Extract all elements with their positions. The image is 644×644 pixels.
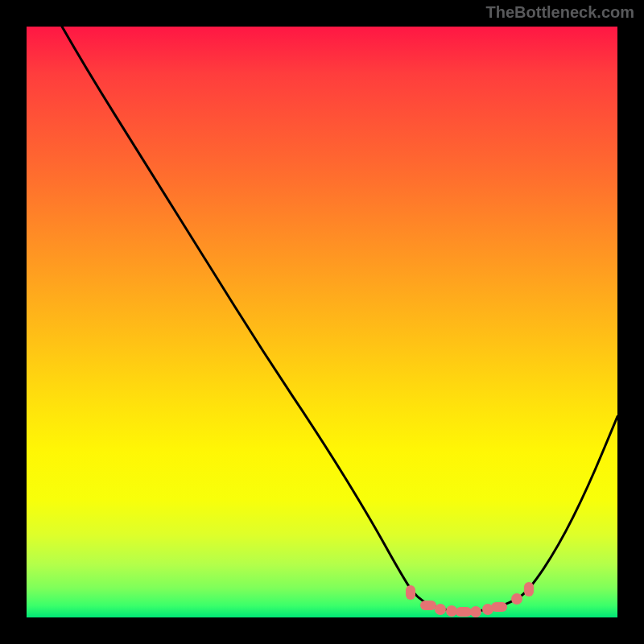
chart-frame: TheBottleneck.com [0, 0, 644, 644]
highlight-dot [491, 602, 507, 612]
bottleneck-curve [27, 27, 617, 617]
highlight-dot [435, 604, 446, 615]
plot-area [27, 27, 617, 617]
highlight-dot [470, 606, 481, 617]
highlight-dot [524, 582, 534, 597]
highlight-dot [406, 585, 415, 600]
attribution-label: TheBottleneck.com [486, 3, 634, 22]
highlight-dot [511, 593, 522, 605]
